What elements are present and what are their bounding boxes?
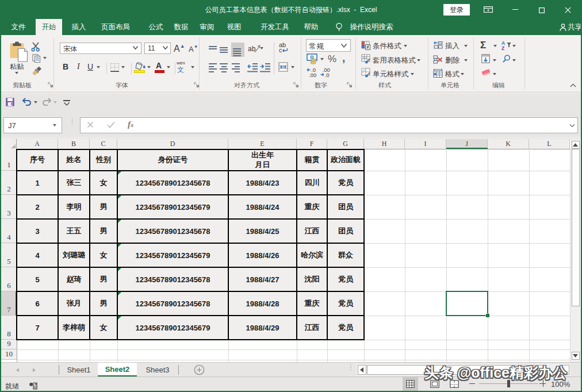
svg-text:.00: .00 bbox=[309, 72, 316, 78]
svg-text:c: c bbox=[279, 47, 282, 53]
svg-text:.0: .0 bbox=[325, 72, 330, 78]
svg-text:Z: Z bbox=[501, 45, 504, 51]
svg-text:ab: ab bbox=[248, 45, 256, 53]
